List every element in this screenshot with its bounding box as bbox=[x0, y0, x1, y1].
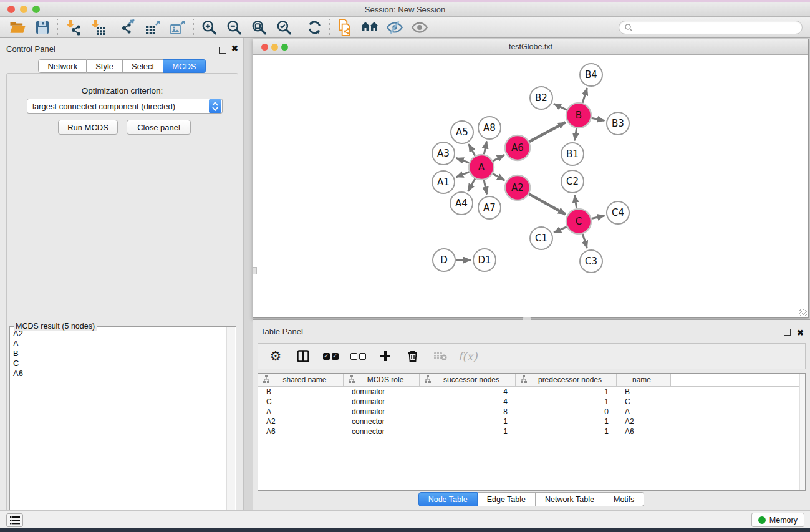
edge-A-A4[interactable] bbox=[468, 178, 475, 191]
resize-grip-icon[interactable] bbox=[799, 309, 807, 316]
column-header-predecessor-nodes[interactable]: predecessor nodes bbox=[516, 374, 617, 386]
table-scrollbar[interactable] bbox=[799, 374, 805, 490]
column-manager-icon[interactable] bbox=[289, 345, 317, 367]
column-header-shared-name[interactable]: shared name bbox=[258, 374, 344, 386]
table-row[interactable]: A6connector11A6 bbox=[258, 427, 805, 437]
edge-A-A3[interactable] bbox=[456, 158, 470, 162]
import-table-icon[interactable] bbox=[85, 18, 110, 37]
edge-B-B4[interactable] bbox=[582, 88, 587, 103]
node-A4[interactable]: A4 bbox=[450, 192, 473, 215]
tab-node-table[interactable]: Node Table bbox=[418, 492, 478, 506]
column-label: predecessor nodes bbox=[528, 375, 616, 384]
add-column-icon[interactable] bbox=[372, 345, 399, 367]
edge-A-A7[interactable] bbox=[484, 180, 487, 195]
export-image-icon[interactable] bbox=[166, 18, 191, 37]
node-C3[interactable]: C3 bbox=[580, 250, 602, 273]
edge-A-A8[interactable] bbox=[484, 142, 486, 155]
splitter-handle[interactable] bbox=[253, 267, 257, 274]
tab-network[interactable]: Network bbox=[38, 59, 87, 73]
edge-A-A6[interactable] bbox=[493, 155, 504, 161]
node-C[interactable]: C bbox=[566, 209, 591, 234]
delete-column-icon[interactable] bbox=[399, 345, 427, 367]
close-table-panel-icon[interactable]: ✖ bbox=[797, 329, 804, 336]
node-D[interactable]: D bbox=[433, 249, 455, 271]
edge-A2-C[interactable] bbox=[529, 194, 566, 214]
node-A[interactable]: A bbox=[469, 155, 494, 180]
node-A3[interactable]: A3 bbox=[432, 142, 455, 165]
column-header-name[interactable]: name bbox=[617, 374, 671, 386]
memory-button[interactable]: Memory bbox=[751, 513, 804, 527]
edge-B-B2[interactable] bbox=[554, 104, 567, 110]
edge-A-A5[interactable] bbox=[469, 144, 475, 155]
export-table-icon[interactable] bbox=[141, 18, 166, 37]
edge-A-A2[interactable] bbox=[493, 173, 504, 180]
svg-text:B2: B2 bbox=[535, 92, 547, 104]
node-B1[interactable]: B1 bbox=[561, 143, 584, 165]
table-row[interactable]: Bdominator41B bbox=[258, 387, 805, 397]
zoom-out-icon[interactable] bbox=[221, 18, 246, 37]
select-all-icon[interactable]: ✓✓ bbox=[317, 345, 344, 367]
run-mcds-button[interactable]: Run MCDS bbox=[58, 120, 118, 135]
edge-A-A1[interactable] bbox=[456, 172, 469, 177]
hide-selected-icon[interactable] bbox=[382, 18, 407, 37]
close-panel-button[interactable]: Close panel bbox=[127, 120, 191, 135]
table-row[interactable]: Cdominator41C bbox=[258, 397, 805, 407]
import-network-icon[interactable] bbox=[60, 18, 85, 37]
float-table-panel-icon[interactable] bbox=[784, 327, 791, 338]
edge-C-C3[interactable] bbox=[582, 234, 587, 248]
tab-mcds[interactable]: MCDS bbox=[163, 59, 205, 73]
refresh-icon[interactable] bbox=[302, 18, 327, 37]
open-session-icon[interactable] bbox=[5, 18, 30, 37]
tab-network-table[interactable]: Network Table bbox=[536, 492, 604, 506]
zoom-in-icon[interactable] bbox=[196, 18, 221, 37]
edge-C-C1[interactable] bbox=[554, 227, 567, 233]
network-canvas[interactable]: B4B2BB3A8A5A6B1A3AC2A1A2A4A7CC4C1C3DD1 bbox=[254, 56, 808, 317]
node-A8[interactable]: A8 bbox=[478, 117, 501, 139]
tab-motifs[interactable]: Motifs bbox=[604, 492, 644, 506]
tab-select[interactable]: Select bbox=[123, 59, 163, 73]
column-header-MCDS-role[interactable]: MCDS role bbox=[344, 374, 420, 386]
table-row[interactable]: Adominator80A bbox=[258, 407, 805, 417]
close-panel-icon[interactable]: ✖ bbox=[231, 45, 238, 52]
edge-C-C4[interactable] bbox=[591, 216, 604, 219]
node-A1[interactable]: A1 bbox=[432, 171, 455, 193]
node-C4[interactable]: C4 bbox=[607, 201, 629, 224]
show-all-icon[interactable] bbox=[407, 18, 432, 37]
tab-style[interactable]: Style bbox=[87, 59, 123, 73]
search-field[interactable] bbox=[619, 21, 803, 34]
zoom-selected-icon[interactable] bbox=[271, 18, 296, 37]
task-history-icon[interactable] bbox=[6, 513, 23, 527]
function-builder-icon[interactable]: f(x) bbox=[454, 345, 481, 367]
node-A7[interactable]: A7 bbox=[478, 196, 501, 219]
node-A2[interactable]: A2 bbox=[505, 175, 530, 200]
result-scrollbar[interactable] bbox=[226, 327, 235, 532]
node-C1[interactable]: C1 bbox=[530, 227, 552, 249]
node-B2[interactable]: B2 bbox=[530, 87, 552, 109]
export-network-icon[interactable] bbox=[116, 18, 141, 37]
edge-B-B1[interactable] bbox=[575, 128, 577, 141]
duplicate-network-icon[interactable] bbox=[332, 18, 357, 37]
node-D1[interactable]: D1 bbox=[473, 249, 496, 271]
node-A5[interactable]: A5 bbox=[451, 121, 473, 143]
column-header-successor-nodes[interactable]: successor nodes bbox=[420, 374, 516, 386]
tab-edge-table[interactable]: Edge Table bbox=[478, 492, 536, 506]
node-C2[interactable]: C2 bbox=[561, 170, 584, 193]
float-panel-icon[interactable] bbox=[219, 45, 226, 56]
node-B4[interactable]: B4 bbox=[580, 64, 602, 86]
node-B3[interactable]: B3 bbox=[607, 112, 629, 135]
table-row[interactable]: A2connector11A2 bbox=[258, 417, 805, 427]
home-view-icon[interactable] bbox=[357, 18, 382, 37]
node-A6[interactable]: A6 bbox=[505, 135, 530, 160]
save-session-icon[interactable] bbox=[30, 18, 55, 37]
edge-A6-B[interactable] bbox=[529, 122, 566, 142]
zoom-fit-icon[interactable] bbox=[246, 18, 271, 37]
edge-C-C2[interactable] bbox=[574, 195, 576, 209]
table-settings-icon[interactable]: ⚙ bbox=[262, 345, 289, 367]
edge-B-B3[interactable] bbox=[592, 118, 605, 120]
deselect-all-icon[interactable] bbox=[344, 345, 372, 367]
search-input[interactable] bbox=[633, 22, 802, 33]
network-window-titlebar[interactable]: testGlobe.txt bbox=[253, 39, 808, 55]
optimization-criterion-select[interactable]: largest connected component (directed) bbox=[27, 99, 223, 114]
delete-table-icon[interactable] bbox=[427, 345, 454, 367]
node-B[interactable]: B bbox=[566, 103, 591, 128]
